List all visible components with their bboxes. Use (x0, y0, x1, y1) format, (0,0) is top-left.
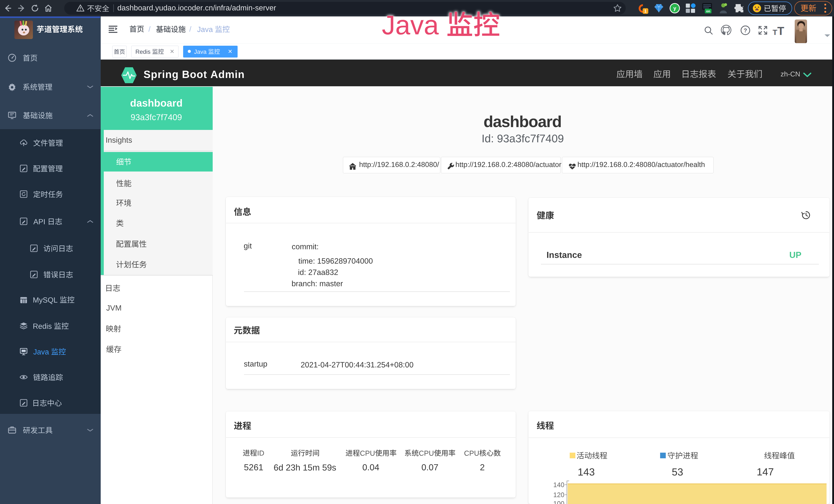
svg-text:y: y (673, 5, 676, 11)
svg-text:1: 1 (644, 9, 647, 13)
svg-text:?: ? (744, 27, 747, 33)
svg-text:on: on (706, 9, 710, 13)
